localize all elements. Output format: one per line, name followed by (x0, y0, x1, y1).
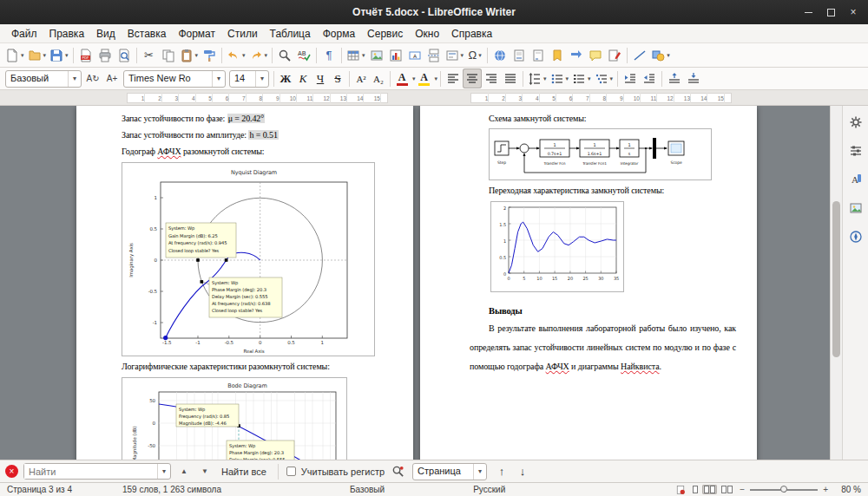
menu-item[interactable]: Форма (317, 26, 361, 42)
paragraph-style-combo[interactable]: Базовый▾ (5, 70, 82, 88)
page-style-status[interactable]: Базовый (350, 485, 385, 494)
font-size-combo[interactable]: 14▾ (229, 70, 269, 88)
unsaved-changes-icon[interactable] (675, 485, 686, 495)
insert-field-button[interactable]: ▾ (444, 45, 466, 65)
simulink-block-diagram-figure[interactable]: Step 1 0.7s+1 Transfer Fcn 1 1.6s+1 (489, 128, 712, 180)
highlight-color-button[interactable]: A (416, 69, 433, 88)
book-view-button[interactable] (720, 485, 734, 494)
new-document-button[interactable]: ▾ (3, 45, 26, 65)
minimize-button[interactable] (797, 2, 819, 23)
menu-item[interactable]: Правка (43, 26, 91, 42)
conclusion-paragraph-line-1[interactable]: В результате выполнения лабораторной раб… (470, 319, 736, 338)
menu-item[interactable]: Формат (172, 26, 221, 42)
phase-margin-formula-field[interactable]: μ = 20.42° (227, 114, 266, 123)
sidebar-styles-button[interactable]: A (846, 170, 865, 189)
document-page-4[interactable]: Схема замкнутой системы: Step 1 0.7s+1 (420, 106, 757, 460)
conclusions-heading[interactable]: Выводы (470, 303, 736, 319)
title-bar[interactable]: Отчёт 5.docx - LibreOffice Writer × (0, 0, 868, 24)
export-pdf-button[interactable]: PDF (76, 45, 95, 65)
word-count-status[interactable]: 159 слов, 1 263 символа (122, 485, 221, 494)
document-canvas[interactable]: Запас устойчивости по фазе: μ = 20.42° З… (0, 106, 868, 460)
text-line-step-caption[interactable]: Переходная характеристика замкнутой сист… (470, 182, 736, 199)
bode-diagram-figure[interactable]: Bode Diagram 50 0 -50 (122, 377, 347, 460)
paste-button[interactable]: ▾ (178, 45, 201, 65)
menu-item[interactable]: Таблица (264, 26, 317, 42)
step-response-figure[interactable]: 2 1.5 1 0.5 0 0 5 10 15 20 25 30 35 (490, 201, 624, 292)
text-line-scheme-caption[interactable]: Схема замкнутой системы: (470, 110, 736, 127)
zoom-level-status[interactable]: 80 % (833, 485, 861, 494)
insert-table-button[interactable]: ▾ (345, 45, 367, 65)
menu-item[interactable]: Стили (221, 26, 264, 42)
menu-item[interactable]: Файл (5, 26, 43, 42)
close-find-toolbar-button[interactable]: × (5, 465, 18, 478)
font-name-combo[interactable]: Times New Ro▾ (123, 70, 226, 88)
basic-shapes-button[interactable]: ▾ (649, 45, 672, 65)
vertical-scrollbar[interactable] (830, 106, 842, 460)
decrease-paragraph-spacing-button[interactable] (684, 69, 703, 88)
find-replace-button[interactable] (275, 45, 294, 65)
insert-textbox-button[interactable]: A (405, 45, 424, 65)
conclusion-paragraph-line-3[interactable]: помощью годографа АФЧХ и диаграммы Найкв… (470, 357, 736, 376)
open-button[interactable]: ▾ (26, 45, 49, 65)
insert-comment-button[interactable] (586, 45, 605, 65)
sidebar-settings-button[interactable] (846, 113, 865, 132)
find-next-button[interactable]: ▼ (197, 463, 213, 480)
undo-button[interactable]: ▾ (225, 45, 247, 65)
align-left-button[interactable] (444, 69, 463, 88)
underline-button[interactable]: Ч (312, 69, 329, 88)
close-button[interactable]: × (842, 2, 865, 23)
superscript-button[interactable]: A² (352, 69, 370, 88)
unordered-list-button[interactable]: ▾ (549, 69, 571, 88)
redo-button[interactable]: ▾ (247, 45, 270, 65)
search-history-dropdown[interactable]: ▾ (157, 464, 170, 479)
decrease-indent-button[interactable] (640, 69, 659, 88)
insert-bookmark-button[interactable] (548, 45, 567, 65)
insert-special-character-button[interactable]: Ω▾ (465, 45, 484, 65)
clone-formatting-button[interactable] (200, 45, 219, 65)
zoom-out-button[interactable]: − (740, 485, 745, 494)
insert-line-button[interactable] (630, 45, 649, 65)
navigate-by-combo[interactable]: Страница▾ (412, 463, 487, 480)
conclusion-paragraph-line-2[interactable]: определять запас устойчивости линейных с… (470, 338, 736, 357)
text-line-gain-margin[interactable]: Запас устойчивости по амплитуде: h = 0.5… (122, 127, 392, 143)
vertical-scrollbar-thumb[interactable] (832, 201, 840, 357)
zoom-in-button[interactable]: + (823, 485, 828, 494)
copy-button[interactable] (159, 45, 178, 65)
text-line-bode-caption[interactable]: Логарифмические характеристики разомкнут… (122, 358, 392, 375)
insert-endnote-button[interactable] (529, 45, 548, 65)
maximize-button[interactable] (819, 2, 842, 23)
subscript-button[interactable]: A₂ (370, 69, 387, 88)
strikethrough-button[interactable]: S (329, 69, 346, 88)
gain-margin-formula-field[interactable]: h = 0.51 (248, 130, 278, 140)
outline-list-button[interactable]: ▾ (593, 69, 615, 88)
increase-paragraph-spacing-button[interactable] (665, 69, 684, 88)
page-count-status[interactable]: Страница 3 из 4 (7, 485, 72, 494)
update-style-button[interactable]: A↻ (83, 69, 102, 88)
navigate-previous-button[interactable]: ↑ (494, 463, 510, 480)
bold-button[interactable]: Ж (277, 69, 294, 88)
horizontal-ruler[interactable]: 123456789101112131415 123456789101112131… (0, 90, 868, 106)
track-changes-button[interactable] (605, 45, 624, 65)
find-and-replace-dialog-button[interactable] (390, 463, 405, 480)
zoom-slider-handle[interactable] (780, 486, 787, 493)
language-status[interactable]: Русский (473, 485, 505, 494)
menu-item[interactable]: Справка (445, 26, 498, 42)
justify-button[interactable] (501, 69, 520, 88)
font-color-button[interactable]: A (393, 69, 411, 88)
print-preview-button[interactable] (115, 45, 134, 65)
text-line-nyquist-caption[interactable]: Годограф АФЧХ разомкнутой системы: (122, 143, 392, 160)
align-center-button[interactable] (463, 69, 482, 88)
sidebar-properties-button[interactable] (846, 141, 865, 160)
menu-item[interactable]: Вставка (122, 26, 173, 42)
save-button[interactable]: ▾ (48, 45, 70, 65)
line-spacing-button[interactable]: ▾ (526, 69, 549, 88)
search-input[interactable] (24, 464, 157, 479)
insert-chart-button[interactable] (386, 45, 405, 65)
ordered-list-button[interactable]: ▾ (570, 69, 593, 88)
print-button[interactable] (95, 45, 115, 65)
text-line-phase-margin[interactable]: Запас устойчивости по фазе: μ = 20.42° (122, 110, 392, 127)
menu-item[interactable]: Окно (409, 26, 445, 42)
navigate-next-button[interactable]: ↓ (515, 463, 530, 480)
insert-page-break-button[interactable] (424, 45, 444, 65)
nyquist-diagram-figure[interactable]: Nyquist Diagram 1 0.5 (122, 162, 375, 356)
